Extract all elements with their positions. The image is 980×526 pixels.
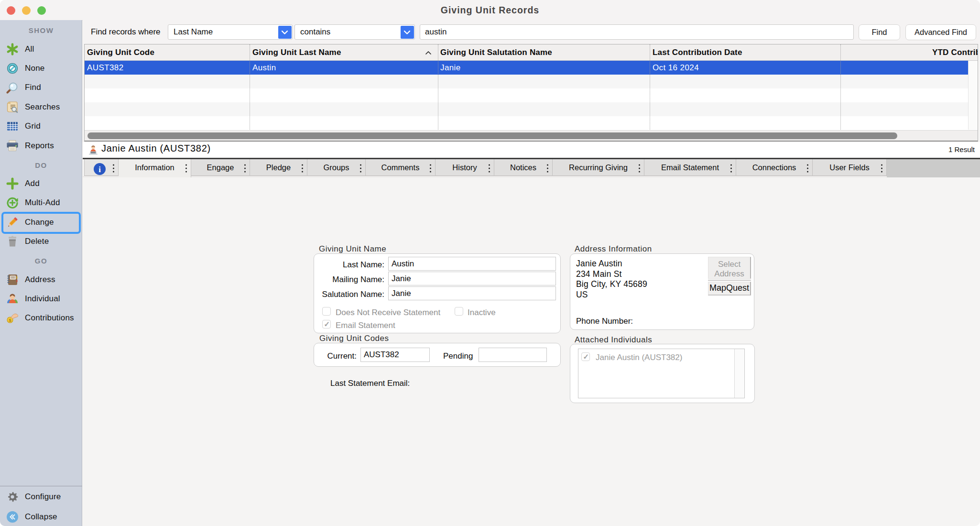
svg-text:i: i <box>98 165 101 174</box>
svg-text:$: $ <box>9 318 11 323</box>
